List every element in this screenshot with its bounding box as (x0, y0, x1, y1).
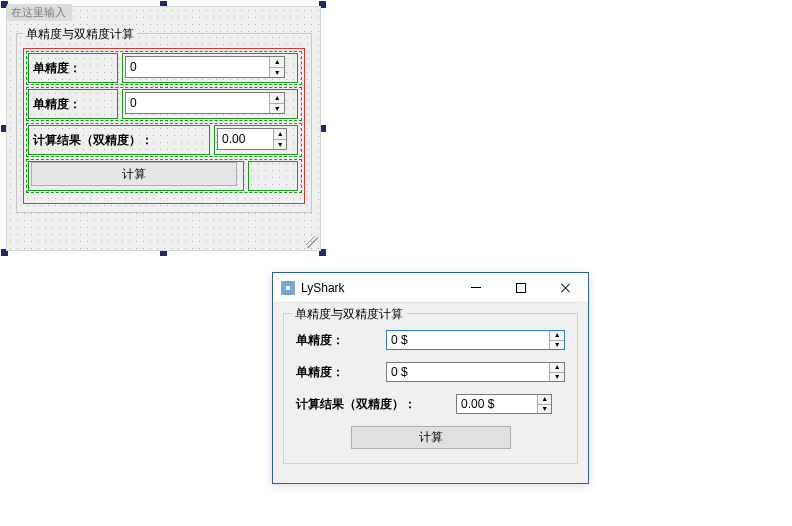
designer-spinbox-1[interactable]: ▲ ▼ (125, 56, 285, 78)
app-icon (281, 281, 295, 295)
designer-spinbox-2-input[interactable] (126, 93, 269, 113)
spin-up-icon[interactable]: ▲ (274, 129, 286, 140)
spin-up-icon[interactable]: ▲ (270, 93, 284, 104)
designer-label-single1[interactable]: 单精度： (33, 60, 81, 77)
spin-buttons: ▲ ▼ (269, 93, 284, 113)
spin-up-icon[interactable]: ▲ (550, 363, 564, 373)
designer-label-single2[interactable]: 单精度： (33, 96, 81, 113)
spin-down-icon[interactable]: ▼ (538, 405, 551, 414)
maximize-button[interactable] (498, 273, 543, 302)
window-title: LyShark (301, 281, 453, 295)
window-controls (453, 273, 588, 302)
minimize-button[interactable] (453, 273, 498, 302)
minimize-icon (471, 287, 481, 288)
designer-label-result[interactable]: 计算结果（双精度）： (33, 132, 153, 149)
spin-up-icon[interactable]: ▲ (270, 57, 284, 68)
spin-down-icon[interactable]: ▼ (550, 373, 564, 382)
close-icon (560, 282, 572, 294)
spin-buttons: ▲ ▼ (549, 363, 564, 381)
runtime-spinbox-result[interactable]: ▲ ▼ (456, 394, 552, 414)
spin-buttons: ▲ ▼ (273, 129, 286, 149)
runtime-spinbox-result-input[interactable] (457, 395, 537, 413)
runtime-groupbox: 单精度与双精度计算 单精度： ▲ ▼ 单精度： ▲ ▼ (283, 313, 578, 464)
spin-buttons: ▲ ▼ (549, 331, 564, 349)
spin-down-icon[interactable]: ▼ (550, 341, 564, 350)
spin-buttons: ▲ ▼ (537, 395, 551, 413)
designer-spinbox-1-input[interactable] (126, 57, 269, 77)
runtime-group-title: 单精度与双精度计算 (292, 306, 406, 323)
runtime-spinbox-1[interactable]: ▲ ▼ (386, 330, 565, 350)
runtime-spinbox-2[interactable]: ▲ ▼ (386, 362, 565, 382)
button-row: 计算 (296, 426, 565, 449)
row-single1: 单精度： ▲ ▼ (296, 330, 565, 350)
designer-spinbox-result-input[interactable] (218, 129, 273, 149)
runtime-label-result: 计算结果（双精度）： (296, 396, 456, 413)
spin-down-icon[interactable]: ▼ (270, 104, 284, 114)
spin-up-icon[interactable]: ▲ (538, 395, 551, 405)
designer-title-placeholder[interactable]: 在这里输入 (7, 4, 72, 21)
runtime-label-single1: 单精度： (296, 332, 386, 349)
designer-spinbox-2[interactable]: ▲ ▼ (125, 92, 285, 114)
size-grip-icon[interactable] (306, 236, 318, 248)
spin-down-icon[interactable]: ▼ (274, 140, 286, 150)
spin-up-icon[interactable]: ▲ (550, 331, 564, 341)
spin-buttons: ▲ ▼ (269, 57, 284, 77)
maximize-icon (516, 283, 526, 293)
designer-spinbox-result[interactable]: ▲ ▼ (217, 128, 287, 150)
spin-down-icon[interactable]: ▼ (270, 68, 284, 78)
qt-designer-canvas: 在这里输入 单精度与双精度计算 单精度： 单精度： 计算结果（双精度）： (2, 2, 325, 255)
designer-groupbox[interactable]: 单精度与双精度计算 单精度： 单精度： 计算结果（双精度）： (16, 33, 312, 213)
designer-group-title: 单精度与双精度计算 (23, 26, 137, 43)
layout-cell (248, 161, 298, 191)
runtime-window: LyShark 单精度与双精度计算 单精度： ▲ ▼ 单精度： (272, 272, 589, 484)
designer-form[interactable]: 在这里输入 单精度与双精度计算 单精度： 单精度： 计算结果（双精度）： (6, 6, 321, 251)
close-button[interactable] (543, 273, 588, 302)
runtime-spinbox-2-input[interactable] (387, 363, 549, 381)
row-result: 计算结果（双精度）： ▲ ▼ (296, 394, 565, 414)
row-single2: 单精度： ▲ ▼ (296, 362, 565, 382)
window-body: 单精度与双精度计算 单精度： ▲ ▼ 单精度： ▲ ▼ (273, 303, 588, 474)
designer-calc-button[interactable]: 计算 (31, 162, 237, 186)
runtime-spinbox-1-input[interactable] (387, 331, 549, 349)
titlebar[interactable]: LyShark (273, 273, 588, 303)
runtime-calc-button[interactable]: 计算 (351, 426, 511, 449)
runtime-label-single2: 单精度： (296, 364, 386, 381)
